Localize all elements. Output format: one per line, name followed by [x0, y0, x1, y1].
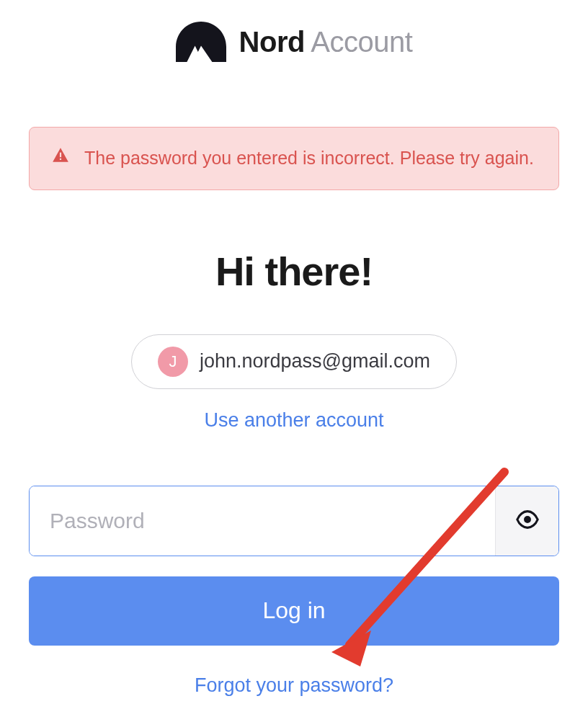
logo-text: Nord Account	[239, 26, 413, 58]
svg-rect-0	[60, 153, 61, 158]
password-field-wrapper	[29, 486, 559, 556]
avatar: J	[158, 347, 188, 377]
svg-point-2	[524, 516, 531, 523]
error-banner: The password you entered is incorrect. P…	[29, 127, 559, 190]
eye-icon	[515, 507, 540, 534]
toggle-password-visibility-button[interactable]	[495, 486, 558, 556]
forgot-password-link[interactable]: Forgot your password?	[29, 674, 559, 697]
use-another-account-link[interactable]: Use another account	[29, 409, 559, 432]
logo-header: Nord Account	[29, 22, 559, 62]
error-message: The password you entered is incorrect. P…	[84, 145, 534, 172]
account-chip[interactable]: J john.nordpass@gmail.com	[131, 334, 457, 389]
warning-icon	[51, 146, 70, 168]
login-button[interactable]: Log in	[29, 576, 559, 646]
password-input[interactable]	[30, 486, 495, 556]
logo-brand-light: Account	[311, 26, 412, 58]
svg-rect-1	[60, 159, 61, 160]
nord-logo-icon	[176, 22, 226, 62]
account-email: john.nordpass@gmail.com	[200, 350, 430, 373]
logo-brand-bold: Nord	[239, 26, 305, 58]
greeting-heading: Hi there!	[29, 248, 559, 295]
